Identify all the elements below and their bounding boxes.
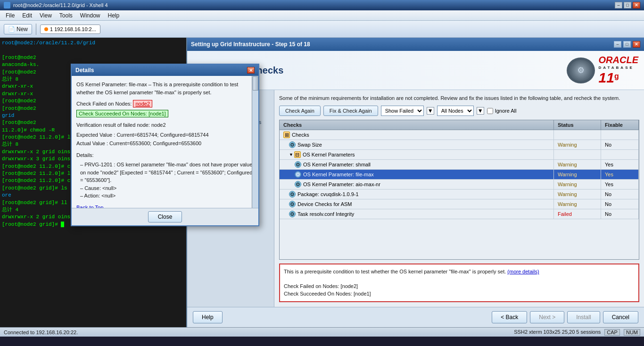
tab-button[interactable]: 1 192.168.16.10:2...	[40, 25, 100, 34]
td-checks-fixable	[601, 130, 639, 140]
item-icon: ⚙	[295, 171, 301, 178]
installer-maximize[interactable]: □	[623, 41, 631, 48]
new-button[interactable]: 📄 New	[4, 24, 32, 34]
table-row[interactable]: ⊞ Checks	[280, 130, 639, 140]
back-to-top-link[interactable]: Back to Top	[76, 205, 103, 208]
more-details-link[interactable]: (more details)	[507, 269, 539, 274]
toolbar: 📄 New 1 192.168.16.10:2...	[0, 21, 644, 38]
td-swap-fixable: No	[601, 140, 639, 149]
nodes-dropdown[interactable]: All Nodes	[437, 106, 474, 116]
dialog-titlebar: Details ✕	[72, 65, 258, 76]
row-label: Device Checks for ASM	[297, 201, 352, 207]
help-button[interactable]: Help	[193, 311, 223, 323]
window-title: root@node2:/oracle/11.2.0/grid - Xshell …	[13, 2, 108, 8]
item-icon: ⚙	[289, 141, 296, 148]
dialog-close-btn[interactable]: Close	[148, 211, 182, 222]
menu-help[interactable]: Help	[104, 11, 124, 20]
check-succeeded-nodes: Check Succeeded On Nodes: [node1]	[284, 290, 635, 297]
row-label: OS Kernel Parameter: shmall	[303, 162, 371, 167]
checks-table: Checks Status Fixable ⊞ Checks	[279, 120, 639, 260]
item-icon: ⚙	[289, 191, 296, 198]
menubar: File Edit View Tools Window Help	[0, 10, 644, 21]
td-checks-status	[554, 130, 601, 140]
nav-buttons: < Back Next > Install Cancel	[492, 311, 638, 323]
td-cvuqdisk-status: Warning	[554, 189, 601, 199]
cap-indicator: CAP	[604, 329, 620, 336]
dialog-failed-node-link[interactable]: node2	[133, 100, 152, 107]
maximize-button[interactable]: □	[624, 2, 631, 8]
show-dropdown[interactable]: Show Failed	[381, 106, 424, 116]
td-filemax-fixable: Yes	[601, 170, 639, 179]
td-filemax-label: ⚙ OS Kernel Parameter: file-max	[280, 170, 554, 179]
td-resolv-status: Failed	[554, 209, 601, 219]
menu-edit[interactable]: Edit	[18, 11, 36, 20]
menu-view[interactable]: View	[36, 11, 56, 20]
installer-titlebar: Setting up Grid Infrastructure - Step 15…	[187, 38, 644, 51]
dialog-check-succeeded-line: Check Succeeded On Nodes: [node1]	[76, 110, 254, 118]
desc-text: This is a prerequisite condition to test…	[284, 269, 506, 274]
table-row[interactable]: ⚙ Device Checks for ASM Warning No	[280, 199, 639, 209]
app-icon	[4, 2, 10, 8]
installer-window-title: Setting up Grid Infrastructure - Step 15…	[191, 41, 310, 48]
installer-minimize[interactable]: –	[614, 41, 621, 48]
back-button[interactable]: < Back	[492, 311, 527, 323]
th-fixable: Fixable	[601, 120, 639, 130]
td-shmall-status: Warning	[554, 160, 601, 169]
table-row[interactable]: ⚙ OS Kernel Parameter: shmall Warning Ye…	[280, 160, 639, 170]
td-resolv-fixable: No	[601, 209, 639, 219]
collapse-icon: ▼	[289, 152, 293, 157]
installer-close[interactable]: ✕	[633, 41, 640, 48]
td-devasm-label: ⚙ Device Checks for ASM	[280, 199, 554, 209]
dialog-close-button[interactable]: ✕	[247, 67, 255, 74]
fix-check-button[interactable]: Fix & Check Again	[323, 106, 378, 116]
table-row[interactable]: ⚙ OS Kernel Parameter: aio-max-nr Warnin…	[280, 180, 639, 189]
action-bar: Check Again Fix & Check Again Show Faile…	[279, 106, 639, 116]
item-icon: ⚙	[295, 161, 301, 168]
td-oskern-label: ▼ ⊟ OS Kernel Parameters	[280, 150, 554, 159]
menu-file[interactable]: File	[2, 11, 18, 20]
row-label: OS Kernel Parameters	[303, 152, 355, 157]
ignore-all-label: Ignore All	[487, 108, 517, 114]
cancel-button[interactable]: Cancel	[603, 311, 638, 323]
menu-window[interactable]: Window	[76, 11, 104, 20]
ignore-all-checkbox[interactable]	[487, 108, 493, 114]
scroll-thumb[interactable]	[253, 76, 258, 91]
group-icon: ⊞	[283, 132, 290, 138]
next-button[interactable]: Next >	[530, 311, 564, 323]
dialog-body: OS Kernel Parameter: file-max – This is …	[72, 76, 258, 208]
terminal-line: root@node2:/oracle/11.2.0/grid	[2, 40, 184, 47]
dialog-succeeded-text: Check Succeeded On Nodes: [node1]	[76, 110, 168, 117]
minimize-button[interactable]: –	[615, 2, 622, 8]
table-row-selected[interactable]: ⚙ OS Kernel Parameter: file-max Warning …	[280, 170, 639, 180]
new-icon: 📄	[8, 26, 15, 33]
new-label: New	[17, 26, 28, 33]
check-again-button[interactable]: Check Again	[279, 106, 321, 116]
td-aio-fixable: Yes	[601, 180, 639, 189]
td-filemax-status: Warning	[554, 170, 601, 179]
dialog-check-failed-label: Check Failed on Nodes:	[76, 101, 132, 107]
oracle-sub: DATABASE	[599, 66, 638, 70]
td-oskern-fixable	[601, 150, 639, 159]
right-content: Some of the minimum requirements for ins…	[274, 90, 644, 307]
dialog-scrollbar[interactable]	[252, 76, 258, 208]
row-label: Swap Size	[297, 142, 322, 148]
row-label: Checks	[292, 132, 309, 138]
installer-footer: Help < Back Next > Install Cancel	[187, 307, 644, 327]
dialog-verification: Verification result of failed node: node…	[76, 121, 254, 129]
dialog-details-label: Details:	[76, 151, 254, 159]
statusbar: Connected to 192.168.16.20:22. SSH2 xter…	[0, 327, 644, 337]
table-row[interactable]: ⚙ Task resolv.conf Integrity Failed No	[280, 209, 639, 219]
dialog-details-text: – PRVG-1201 : OS kernel parameter "file-…	[76, 161, 254, 200]
close-button[interactable]: ✕	[633, 2, 640, 8]
td-devasm-status: Warning	[554, 199, 601, 209]
statusbar-right: SSH2 xterm 103x25 25,20 5 sessions CAP N…	[514, 329, 640, 336]
table-row[interactable]: ⚙ Swap Size Warning No	[280, 140, 639, 150]
td-oskern-status	[554, 150, 601, 159]
table-row[interactable]: ▼ ⊟ OS Kernel Parameters	[280, 150, 639, 160]
description-panel: This is a prerequisite condition to test…	[279, 264, 639, 302]
alert-text: Some of the minimum requirements for ins…	[279, 95, 639, 102]
table-row[interactable]: ⚙ Package: cvuqdisk-1.0.9-1 Warning No	[280, 189, 639, 199]
install-button[interactable]: Install	[567, 311, 600, 323]
menu-tools[interactable]: Tools	[56, 11, 76, 20]
td-aio-label: ⚙ OS Kernel Parameter: aio-max-nr	[280, 180, 554, 189]
